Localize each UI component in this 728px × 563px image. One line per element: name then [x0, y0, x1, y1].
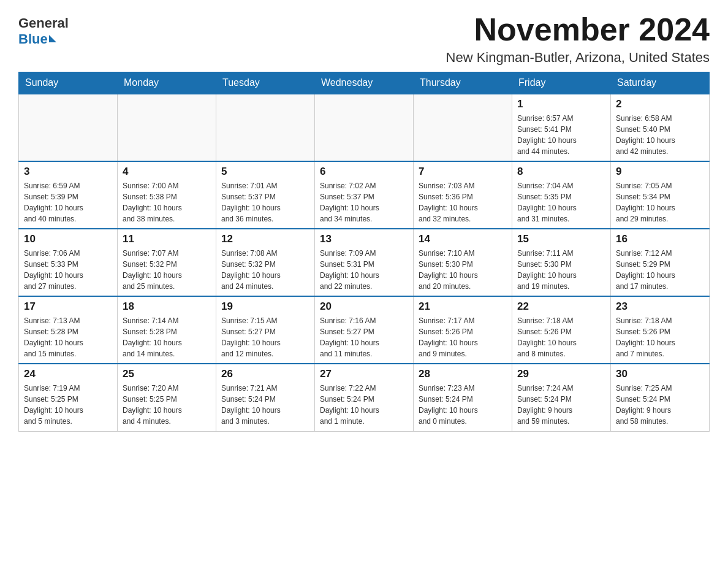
- day-info: Sunrise: 7:11 AM Sunset: 5:30 PM Dayligh…: [517, 248, 605, 292]
- page-subtitle: New Kingman-Butler, Arizona, United Stat…: [446, 50, 710, 66]
- week-row-3: 10Sunrise: 7:06 AM Sunset: 5:33 PM Dayli…: [19, 229, 710, 296]
- logo: General Blue: [18, 12, 69, 47]
- day-number: 15: [517, 233, 605, 245]
- day-number: 23: [616, 301, 704, 313]
- day-info: Sunrise: 7:09 AM Sunset: 5:31 PM Dayligh…: [320, 248, 408, 292]
- week-row-2: 3Sunrise: 6:59 AM Sunset: 5:39 PM Daylig…: [19, 161, 710, 229]
- calendar-cell: 28Sunrise: 7:23 AM Sunset: 5:24 PM Dayli…: [414, 364, 512, 431]
- calendar-cell: [414, 94, 512, 161]
- day-info: Sunrise: 7:08 AM Sunset: 5:32 PM Dayligh…: [221, 248, 309, 292]
- day-number: 1: [517, 98, 605, 110]
- day-number: 27: [320, 368, 408, 380]
- day-number: 21: [419, 301, 507, 313]
- calendar-cell: [19, 94, 118, 161]
- week-row-4: 17Sunrise: 7:13 AM Sunset: 5:28 PM Dayli…: [19, 296, 710, 364]
- day-info: Sunrise: 7:18 AM Sunset: 5:26 PM Dayligh…: [517, 315, 605, 359]
- calendar-cell: 15Sunrise: 7:11 AM Sunset: 5:30 PM Dayli…: [512, 229, 611, 296]
- day-info: Sunrise: 7:19 AM Sunset: 5:25 PM Dayligh…: [24, 383, 112, 427]
- logo-general-text: General: [18, 15, 69, 31]
- calendar-cell: 19Sunrise: 7:15 AM Sunset: 5:27 PM Dayli…: [216, 296, 315, 364]
- day-number: 9: [616, 166, 704, 178]
- calendar-cell: 29Sunrise: 7:24 AM Sunset: 5:24 PM Dayli…: [512, 364, 611, 431]
- calendar-cell: 5Sunrise: 7:01 AM Sunset: 5:37 PM Daylig…: [216, 161, 315, 229]
- day-info: Sunrise: 7:21 AM Sunset: 5:24 PM Dayligh…: [221, 383, 309, 427]
- day-info: Sunrise: 6:59 AM Sunset: 5:39 PM Dayligh…: [24, 180, 112, 224]
- calendar-cell: [315, 94, 414, 161]
- day-info: Sunrise: 7:07 AM Sunset: 5:32 PM Dayligh…: [123, 248, 211, 292]
- day-number: 11: [123, 233, 211, 245]
- weekday-header-sunday: Sunday: [19, 72, 118, 94]
- calendar-cell: 8Sunrise: 7:04 AM Sunset: 5:35 PM Daylig…: [512, 161, 611, 229]
- calendar-cell: 10Sunrise: 7:06 AM Sunset: 5:33 PM Dayli…: [19, 229, 118, 296]
- day-info: Sunrise: 7:14 AM Sunset: 5:28 PM Dayligh…: [123, 315, 211, 359]
- calendar-cell: 24Sunrise: 7:19 AM Sunset: 5:25 PM Dayli…: [19, 364, 118, 431]
- calendar-cell: 3Sunrise: 6:59 AM Sunset: 5:39 PM Daylig…: [19, 161, 118, 229]
- calendar-cell: 13Sunrise: 7:09 AM Sunset: 5:31 PM Dayli…: [315, 229, 414, 296]
- weekday-header-thursday: Thursday: [414, 72, 512, 94]
- logo-triangle-icon: [49, 35, 56, 42]
- calendar-cell: 17Sunrise: 7:13 AM Sunset: 5:28 PM Dayli…: [19, 296, 118, 364]
- day-number: 25: [123, 368, 211, 380]
- day-number: 5: [221, 166, 309, 178]
- day-number: 24: [24, 368, 112, 380]
- day-number: 7: [419, 166, 507, 178]
- day-info: Sunrise: 7:05 AM Sunset: 5:34 PM Dayligh…: [616, 180, 704, 224]
- day-number: 16: [616, 233, 704, 245]
- day-info: Sunrise: 7:23 AM Sunset: 5:24 PM Dayligh…: [419, 383, 507, 427]
- day-info: Sunrise: 7:25 AM Sunset: 5:24 PM Dayligh…: [616, 383, 704, 427]
- day-number: 30: [616, 368, 704, 380]
- calendar-cell: 23Sunrise: 7:18 AM Sunset: 5:26 PM Dayli…: [611, 296, 710, 364]
- day-info: Sunrise: 7:06 AM Sunset: 5:33 PM Dayligh…: [24, 248, 112, 292]
- day-info: Sunrise: 7:02 AM Sunset: 5:37 PM Dayligh…: [320, 180, 408, 224]
- day-info: Sunrise: 7:18 AM Sunset: 5:26 PM Dayligh…: [616, 315, 704, 359]
- day-info: Sunrise: 6:57 AM Sunset: 5:41 PM Dayligh…: [517, 113, 605, 157]
- calendar-cell: 9Sunrise: 7:05 AM Sunset: 5:34 PM Daylig…: [611, 161, 710, 229]
- weekday-header-wednesday: Wednesday: [315, 72, 414, 94]
- week-row-5: 24Sunrise: 7:19 AM Sunset: 5:25 PM Dayli…: [19, 364, 710, 431]
- day-number: 28: [419, 368, 507, 380]
- calendar-table: SundayMondayTuesdayWednesdayThursdayFrid…: [18, 72, 710, 432]
- day-number: 2: [616, 98, 704, 110]
- day-info: Sunrise: 7:17 AM Sunset: 5:26 PM Dayligh…: [419, 315, 507, 359]
- day-info: Sunrise: 7:24 AM Sunset: 5:24 PM Dayligh…: [517, 383, 605, 427]
- day-info: Sunrise: 7:16 AM Sunset: 5:27 PM Dayligh…: [320, 315, 408, 359]
- week-row-1: 1Sunrise: 6:57 AM Sunset: 5:41 PM Daylig…: [19, 94, 710, 161]
- calendar-cell: [118, 94, 216, 161]
- calendar-cell: 14Sunrise: 7:10 AM Sunset: 5:30 PM Dayli…: [414, 229, 512, 296]
- day-info: Sunrise: 7:10 AM Sunset: 5:30 PM Dayligh…: [419, 248, 507, 292]
- calendar-cell: 4Sunrise: 7:00 AM Sunset: 5:38 PM Daylig…: [118, 161, 216, 229]
- day-number: 14: [419, 233, 507, 245]
- day-number: 4: [123, 166, 211, 178]
- weekday-header-saturday: Saturday: [611, 72, 710, 94]
- day-info: Sunrise: 6:58 AM Sunset: 5:40 PM Dayligh…: [616, 113, 704, 157]
- day-number: 19: [221, 301, 309, 313]
- day-number: 3: [24, 166, 112, 178]
- day-number: 22: [517, 301, 605, 313]
- calendar-header-row: SundayMondayTuesdayWednesdayThursdayFrid…: [19, 72, 710, 94]
- day-info: Sunrise: 7:22 AM Sunset: 5:24 PM Dayligh…: [320, 383, 408, 427]
- day-number: 10: [24, 233, 112, 245]
- calendar-cell: 18Sunrise: 7:14 AM Sunset: 5:28 PM Dayli…: [118, 296, 216, 364]
- calendar-cell: 22Sunrise: 7:18 AM Sunset: 5:26 PM Dayli…: [512, 296, 611, 364]
- page-title: November 2024: [446, 12, 710, 47]
- calendar-cell: 2Sunrise: 6:58 AM Sunset: 5:40 PM Daylig…: [611, 94, 710, 161]
- calendar-cell: 12Sunrise: 7:08 AM Sunset: 5:32 PM Dayli…: [216, 229, 315, 296]
- day-number: 20: [320, 301, 408, 313]
- calendar-cell: 11Sunrise: 7:07 AM Sunset: 5:32 PM Dayli…: [118, 229, 216, 296]
- day-number: 17: [24, 301, 112, 313]
- calendar-cell: 6Sunrise: 7:02 AM Sunset: 5:37 PM Daylig…: [315, 161, 414, 229]
- calendar-cell: 7Sunrise: 7:03 AM Sunset: 5:36 PM Daylig…: [414, 161, 512, 229]
- day-number: 18: [123, 301, 211, 313]
- calendar-cell: 20Sunrise: 7:16 AM Sunset: 5:27 PM Dayli…: [315, 296, 414, 364]
- title-area: November 2024 New Kingman-Butler, Arizon…: [446, 12, 710, 66]
- logo-blue-text: Blue: [18, 31, 56, 47]
- day-number: 26: [221, 368, 309, 380]
- calendar-cell: 30Sunrise: 7:25 AM Sunset: 5:24 PM Dayli…: [611, 364, 710, 431]
- day-info: Sunrise: 7:04 AM Sunset: 5:35 PM Dayligh…: [517, 180, 605, 224]
- day-info: Sunrise: 7:13 AM Sunset: 5:28 PM Dayligh…: [24, 315, 112, 359]
- calendar-cell: 25Sunrise: 7:20 AM Sunset: 5:25 PM Dayli…: [118, 364, 216, 431]
- calendar-cell: 16Sunrise: 7:12 AM Sunset: 5:29 PM Dayli…: [611, 229, 710, 296]
- day-number: 12: [221, 233, 309, 245]
- day-info: Sunrise: 7:12 AM Sunset: 5:29 PM Dayligh…: [616, 248, 704, 292]
- weekday-header-tuesday: Tuesday: [216, 72, 315, 94]
